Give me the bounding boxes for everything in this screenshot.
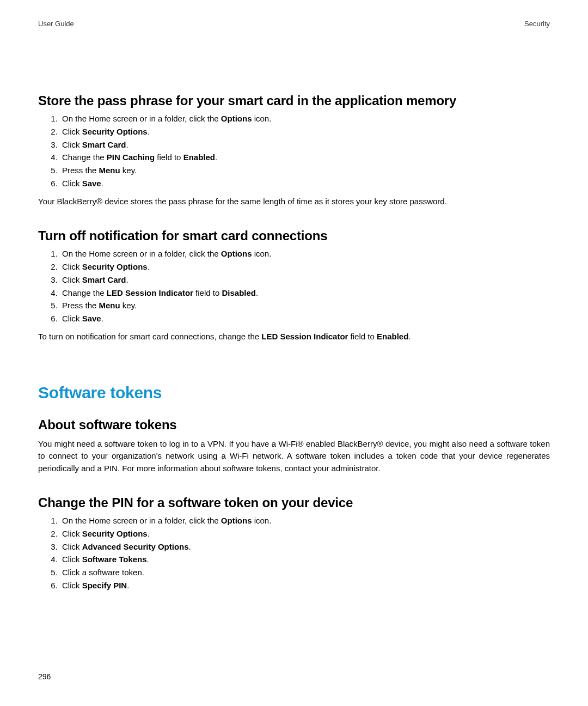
list-item: Change the LED Session Indicator field t… [60,287,550,300]
list-item: On the Home screen or in a folder, click… [60,113,550,125]
list-item: Click Smart Card. [60,139,550,151]
steps-store-passphrase: On the Home screen or in a folder, click… [38,113,550,190]
list-item: Change the PIN Caching field to Enabled. [60,151,550,164]
section-heading-store-passphrase: Store the pass phrase for your smart car… [38,93,550,108]
list-item: Click Save. [60,313,550,325]
list-item: Click Security Options. [60,261,550,273]
header-left: User Guide [38,20,74,28]
section-heading-change-pin: Change the PIN for a software token on y… [38,495,550,510]
list-item: Click Save. [60,178,550,190]
list-item: Click a software token. [60,567,550,579]
chapter-heading-software-tokens: Software tokens [38,384,550,402]
list-item: Click Security Options. [60,126,550,138]
page: User Guide Security Store the pass phras… [0,0,588,706]
list-item: Click Specify PIN. [60,580,550,592]
list-item: Click Software Tokens. [60,553,550,566]
section-heading-about-software-tokens: About software tokens [38,417,550,433]
steps-turn-off-notification: On the Home screen or in a folder, click… [38,248,550,325]
list-item: Press the Menu key. [60,300,550,312]
section-heading-turn-off-notification: Turn off notification for smart card con… [38,228,550,244]
page-header: User Guide Security [38,20,550,28]
list-item: Click Advanced Security Options. [60,541,550,553]
steps-change-pin: On the Home screen or in a folder, click… [38,515,550,592]
note-store-passphrase: Your BlackBerry® device stores the pass … [38,196,550,208]
list-item: On the Home screen or in a folder, click… [60,248,550,260]
list-item: Click Smart Card. [60,274,550,287]
list-item: Click Security Options. [60,528,550,540]
list-item: On the Home screen or in a folder, click… [60,515,550,527]
header-right: Security [524,20,550,28]
list-item: Press the Menu key. [60,165,550,177]
page-number: 296 [38,672,51,681]
note-turn-off-notification: To turn on notification for smart card c… [38,331,550,343]
body-about-software-tokens: You might need a software token to log i… [38,438,550,475]
